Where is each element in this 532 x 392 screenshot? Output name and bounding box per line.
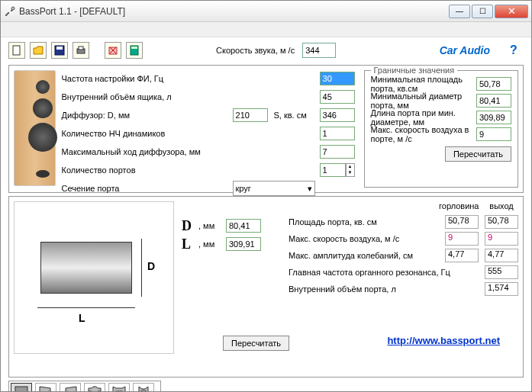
max-excursion-label: Максимальный ход диффузора, мм — [62, 147, 230, 156]
print-button[interactable] — [73, 42, 89, 59]
maximize-button[interactable]: ☐ — [472, 5, 493, 18]
svg-rect-9 — [15, 387, 27, 392]
min-length-output — [476, 111, 511, 124]
limits-group: Граничные значения Минимальная площадь п… — [364, 70, 518, 188]
tab-cone-1[interactable] — [35, 383, 56, 392]
port-diagram: D L — [14, 201, 174, 354]
tab-flare-2[interactable] — [108, 383, 130, 392]
open-file-button[interactable] — [30, 42, 47, 59]
min-area-output — [476, 77, 511, 91]
save-button[interactable] — [51, 42, 68, 59]
port-count-label: Количество портов — [62, 165, 230, 175]
calc-icon — [129, 45, 140, 56]
close-button[interactable]: ✕ — [495, 5, 528, 18]
menubar — [1, 22, 531, 37]
air-speed-label: Макс. скорость воздуха, м /с — [289, 234, 439, 243]
throat-header: горловина — [439, 201, 472, 210]
limits-legend: Граничные значения — [371, 66, 458, 75]
s-label: S, кв. см — [274, 111, 317, 120]
diffuser-d-input[interactable] — [233, 108, 268, 122]
recalc-limits-button[interactable]: Пересчитать — [445, 146, 511, 162]
new-file-button[interactable] — [8, 42, 25, 59]
amplitude-label: Макс. амплитуда колебаний, см — [289, 251, 439, 260]
spinner-down[interactable]: ▼ — [347, 170, 354, 176]
port-volume-value: 1,574 — [485, 282, 518, 296]
parameters-panel: Частота настройки ФИ, Гц Внутренний объё… — [8, 65, 524, 193]
max-air-label: Макс. скорость воздуха в порте, м /с — [371, 125, 476, 143]
help-button[interactable]: ? — [510, 43, 524, 57]
amp-throat: 4,77 — [445, 249, 479, 262]
d-unit: , мм — [198, 221, 226, 230]
svg-rect-3 — [56, 47, 63, 50]
woofer-count-input[interactable] — [320, 127, 355, 140]
delete-icon — [108, 45, 118, 56]
exit-header: выход — [485, 201, 518, 210]
tab-cylinder[interactable] — [11, 383, 32, 392]
box-volume-input[interactable] — [320, 90, 355, 104]
port-shape-select[interactable]: круг▾ — [233, 181, 315, 196]
woofer-count-label: Количество НЧ динамиков — [62, 129, 230, 138]
folder-icon — [33, 45, 44, 56]
window-controls: — ☐ ✕ — [449, 5, 528, 18]
min-length-label: Длина порта при мин. диаметре, мм — [371, 108, 476, 127]
d-input[interactable] — [226, 219, 261, 233]
svg-rect-8 — [131, 47, 137, 49]
port-shape-label: Сечение порта — [62, 184, 230, 193]
app-icon — [4, 5, 16, 18]
file-icon — [11, 45, 22, 56]
delete-button[interactable] — [105, 42, 121, 59]
organ-freq-label: Главная частота органного резонанса, Гц — [289, 268, 479, 277]
amp-exit: 4,77 — [485, 249, 518, 262]
l-unit: , мм — [198, 239, 226, 249]
minimize-button[interactable]: — — [449, 5, 470, 18]
port-shape-tabs — [8, 381, 161, 392]
spinner-up[interactable]: ▲ — [347, 164, 354, 170]
tab-flare-3[interactable] — [133, 383, 154, 392]
d-symbol: D — [182, 218, 198, 234]
max-excursion-input[interactable] — [320, 145, 355, 159]
titlebar: BassPort 1.1 - [DEFAULT] — ☐ ✕ — [1, 1, 531, 22]
l-input[interactable] — [226, 237, 261, 251]
svg-rect-1 — [13, 46, 20, 55]
min-diam-label: Минимальный диаметр порта, мм — [371, 92, 476, 110]
diffuser-label: Диффузор: D, мм — [62, 111, 230, 120]
recalc-results-button[interactable]: Пересчитать — [223, 336, 289, 351]
calculator-button[interactable] — [126, 42, 143, 59]
printer-icon — [76, 45, 86, 56]
port-area-label: Площадь порта, кв. см — [289, 217, 439, 227]
chevron-down-icon: ▾ — [308, 184, 312, 194]
air-throat: 9 — [445, 232, 479, 246]
website-link[interactable]: http://www.bassport.net — [387, 335, 500, 346]
svg-point-0 — [11, 7, 15, 10]
organ-value: 555 — [485, 265, 518, 279]
sound-speed-label: Скорость звука, м /с — [216, 46, 295, 55]
sound-speed-input[interactable] — [302, 43, 336, 58]
tab-cone-2[interactable] — [60, 383, 81, 392]
min-diam-output — [476, 94, 511, 108]
toolbar: Скорость звука, м /с Car Audio ? — [1, 37, 531, 63]
area-exit: 50,78 — [485, 215, 518, 229]
speaker-image — [14, 70, 56, 186]
max-air-output — [476, 127, 511, 141]
area-throat: 50,78 — [445, 215, 479, 229]
port-volume-label: Внутренний объём порта, л — [289, 284, 479, 294]
window-title: BassPort 1.1 - [DEFAULT] — [19, 6, 449, 17]
tuning-freq-label: Частота настройки ФИ, Гц — [62, 74, 230, 83]
min-area-label: Минимальная площадь порта, кв.см — [371, 75, 476, 93]
tab-flare-1[interactable] — [84, 383, 105, 392]
results-panel: D L D, мм L, мм горловинавыход Площадь п… — [8, 196, 524, 378]
port-count-input[interactable] — [320, 163, 346, 177]
s-value-input[interactable] — [320, 108, 355, 122]
results-table: горловинавыход Площадь порта, кв. см50,7… — [289, 201, 518, 372]
svg-rect-5 — [79, 47, 83, 50]
input-form: Частота настройки ФИ, Гц Внутренний объё… — [62, 70, 358, 188]
floppy-icon — [54, 45, 65, 56]
box-volume-label: Внутренний объём ящика, л — [62, 92, 230, 101]
tuning-freq-input[interactable] — [320, 72, 355, 85]
car-audio-link[interactable]: Car Audio — [440, 44, 490, 56]
l-symbol: L — [182, 236, 198, 252]
air-exit: 9 — [485, 232, 518, 246]
